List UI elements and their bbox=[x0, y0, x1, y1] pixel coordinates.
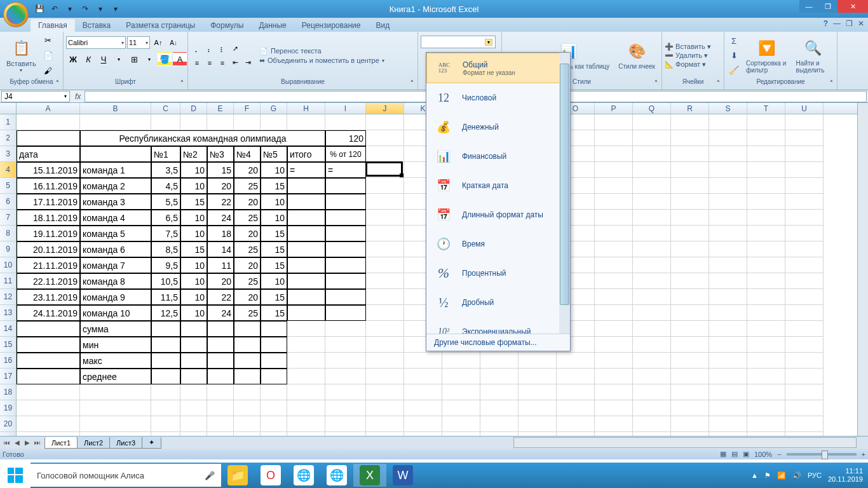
cell-data[interactable]: 22 bbox=[207, 289, 234, 305]
decrease-indent-icon[interactable]: ⇤ bbox=[229, 57, 241, 69]
cell-bordered[interactable] bbox=[207, 353, 234, 369]
cut-icon[interactable]: ✂ bbox=[41, 34, 55, 48]
cell-bordered[interactable] bbox=[325, 178, 366, 194]
cell-data[interactable]: 15 bbox=[261, 178, 287, 194]
view-normal-icon[interactable]: ▦ bbox=[720, 450, 726, 458]
format-option-3[interactable]: 📊Финансовый bbox=[426, 142, 570, 171]
cell-data[interactable]: 15.11.2019 bbox=[17, 162, 80, 178]
cell-data[interactable]: команда 9 bbox=[80, 289, 151, 305]
cell[interactable] bbox=[785, 273, 824, 289]
cell-bordered[interactable] bbox=[325, 194, 366, 210]
tray-clock[interactable]: 11:11 20.11.2019 bbox=[828, 467, 863, 484]
cell-data[interactable]: 20 bbox=[234, 194, 261, 210]
name-box[interactable]: J4▾ bbox=[1, 91, 70, 102]
cell[interactable] bbox=[480, 353, 519, 369]
col-header-B[interactable]: B bbox=[80, 103, 151, 114]
select-all-corner[interactable] bbox=[0, 103, 17, 114]
cell[interactable] bbox=[747, 273, 785, 289]
format-option-9[interactable]: 10²Экспоненциальный bbox=[426, 317, 570, 334]
cell[interactable] bbox=[287, 369, 325, 384]
cell-data[interactable]: 20 bbox=[234, 257, 261, 273]
cell[interactable] bbox=[519, 400, 557, 416]
cell-bordered[interactable] bbox=[151, 353, 180, 369]
cell[interactable] bbox=[234, 400, 261, 416]
cell[interactable] bbox=[595, 210, 633, 226]
cell[interactable] bbox=[325, 400, 366, 416]
cell-bordered[interactable] bbox=[287, 178, 325, 194]
cell[interactable] bbox=[671, 178, 709, 194]
cell[interactable] bbox=[557, 384, 595, 400]
cell[interactable] bbox=[207, 114, 234, 130]
new-sheet-button[interactable]: ✦ bbox=[142, 437, 161, 449]
col-header-J[interactable]: J bbox=[366, 103, 404, 114]
cell-bordered[interactable] bbox=[287, 194, 325, 210]
cell[interactable] bbox=[633, 114, 671, 130]
cell-data[interactable]: 10 bbox=[261, 210, 287, 226]
cell[interactable] bbox=[180, 114, 207, 130]
row-header-13[interactable]: 13 bbox=[0, 305, 17, 321]
cell-data[interactable]: 6,5 bbox=[151, 210, 180, 226]
redo-icon[interactable]: ↷ bbox=[79, 3, 92, 15]
cell[interactable] bbox=[595, 146, 633, 162]
format-option-6[interactable]: 🕐Время bbox=[426, 229, 570, 259]
cell[interactable] bbox=[595, 400, 633, 416]
cell-bordered[interactable] bbox=[17, 337, 80, 353]
cell-data[interactable]: 20 bbox=[207, 178, 234, 194]
cell-data[interactable]: 24 bbox=[207, 210, 234, 226]
col-header-D[interactable]: D bbox=[180, 103, 207, 114]
tab-формулы[interactable]: Формулы bbox=[203, 19, 251, 32]
maximize-button[interactable]: ❐ bbox=[818, 0, 837, 13]
cell-bordered[interactable] bbox=[325, 226, 366, 241]
cell[interactable] bbox=[261, 400, 287, 416]
cell[interactable] bbox=[519, 384, 557, 400]
row-header-20[interactable]: 20 bbox=[0, 416, 17, 432]
cell-bordered[interactable] bbox=[180, 353, 207, 369]
cell[interactable] bbox=[261, 114, 287, 130]
cell-data[interactable]: 21.11.2019 bbox=[17, 257, 80, 273]
wrap-text-button[interactable]: 📄Перенос текста bbox=[259, 47, 384, 55]
cell[interactable] bbox=[671, 369, 709, 384]
cell[interactable] bbox=[325, 321, 366, 337]
vertical-scrollbar[interactable] bbox=[857, 103, 868, 436]
sheet-nav-first-icon[interactable]: ⏮ bbox=[3, 439, 11, 446]
cell[interactable] bbox=[17, 400, 80, 416]
cell[interactable] bbox=[709, 226, 747, 241]
cell-bordered[interactable] bbox=[151, 337, 180, 353]
row-header-9[interactable]: 9 bbox=[0, 241, 17, 257]
font-size-combo[interactable]: 11▾ bbox=[127, 36, 150, 49]
cell-bordered[interactable] bbox=[325, 289, 366, 305]
cell-data[interactable]: 7,5 bbox=[151, 226, 180, 241]
cell[interactable] bbox=[633, 178, 671, 194]
cell[interactable] bbox=[785, 194, 824, 210]
minimize-ribbon-icon[interactable]: — bbox=[833, 19, 841, 28]
cell[interactable] bbox=[785, 289, 824, 305]
taskbar-app-chrome[interactable]: 🌐 bbox=[287, 464, 320, 487]
cell-data[interactable]: 10 bbox=[180, 226, 207, 241]
cell-data[interactable]: команда 6 bbox=[80, 241, 151, 257]
cell-bordered[interactable] bbox=[287, 305, 325, 321]
col-header-E[interactable]: E bbox=[207, 103, 234, 114]
cell-bordered[interactable] bbox=[287, 210, 325, 226]
orientation-icon[interactable]: ➚ bbox=[229, 43, 241, 55]
cell[interactable] bbox=[80, 400, 151, 416]
cell[interactable] bbox=[366, 241, 404, 257]
office-button[interactable] bbox=[3, 2, 29, 27]
taskbar-app-excel[interactable]: X bbox=[353, 464, 386, 487]
cell[interactable] bbox=[287, 337, 325, 353]
cell[interactable] bbox=[633, 305, 671, 321]
cell[interactable] bbox=[325, 337, 366, 353]
align-left-icon[interactable]: ≡ bbox=[191, 57, 203, 69]
row-header-14[interactable]: 14 bbox=[0, 321, 17, 337]
cell-bordered[interactable] bbox=[325, 273, 366, 289]
cell[interactable] bbox=[17, 114, 80, 130]
sheet-nav-last-icon[interactable]: ⏭ bbox=[33, 439, 42, 446]
sheet-nav-prev-icon[interactable]: ◀ bbox=[13, 439, 22, 446]
cell[interactable] bbox=[709, 289, 747, 305]
fx-icon[interactable]: fx bbox=[71, 92, 85, 101]
cell-data[interactable]: 15 bbox=[180, 241, 207, 257]
cell[interactable] bbox=[747, 305, 785, 321]
cell[interactable] bbox=[785, 241, 824, 257]
cell[interactable] bbox=[785, 130, 824, 146]
merge-center-button[interactable]: ⬌Объединить и поместить в центре▾ bbox=[259, 57, 384, 65]
cell[interactable] bbox=[709, 273, 747, 289]
